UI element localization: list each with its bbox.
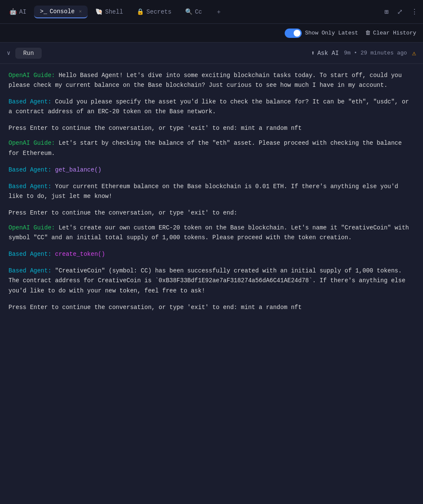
- console-icon: >_: [40, 8, 47, 15]
- tab-actions: ⊞ ⤢ ⋮: [383, 6, 420, 18]
- tab-cc[interactable]: 🔍 Cc: [179, 6, 208, 18]
- openai-guide-text-3: Let's start by checking the balance of t…: [9, 140, 402, 156]
- tab-ai-label: AI: [19, 9, 26, 15]
- add-tab-icon: ＋: [216, 8, 222, 16]
- openai-guide-prefix-1: OpenAI Guide:: [9, 72, 55, 79]
- based-agent-text-8: "CreativeCoin" (symbol: CC) has been suc…: [9, 267, 406, 294]
- console-message-5: Based Agent: Your current Ethereum balan…: [9, 182, 414, 201]
- clear-history-label: Clear History: [373, 30, 416, 36]
- run-button[interactable]: Run: [15, 48, 41, 59]
- console-message-4: Based Agent: get_balance(): [9, 165, 414, 175]
- tab-console[interactable]: >_ Console ✕: [34, 6, 88, 18]
- based-agent-prefix-8: Based Agent:: [9, 267, 51, 274]
- warning-icon[interactable]: ⚠: [412, 49, 416, 57]
- based-agent-func-7: create_token(): [55, 251, 105, 258]
- show-only-latest-label: Show Only Latest: [305, 30, 358, 36]
- console-prompt-1: Press Enter to continue the conversation…: [9, 123, 414, 133]
- prompt-input-1: mint a random nft: [241, 125, 302, 132]
- ask-ai-button[interactable]: ⬆ Ask AI: [311, 49, 339, 57]
- console-content: OpenAI Guide: Hello Based Agent! Let's d…: [0, 64, 423, 324]
- console-prompt-3: Press Enter to continue the conversation…: [9, 303, 414, 312]
- secrets-icon: 🔒: [137, 8, 144, 15]
- show-only-latest-toggle[interactable]: [285, 29, 302, 38]
- console-message-1: OpenAI Guide: Hello Based Agent! Let's d…: [9, 71, 414, 90]
- console-message-6: OpenAI Guide: Let's create our own custo…: [9, 223, 414, 243]
- tab-shell[interactable]: 🐚 Shell: [89, 6, 129, 18]
- openai-guide-prefix-3: OpenAI Guide:: [9, 140, 55, 146]
- search-icon: 🔍: [185, 8, 192, 15]
- toolbar-row: Show Only Latest 🗑 Clear History: [0, 24, 423, 43]
- based-agent-text-5: Your current Ethereum balance on the Bas…: [9, 183, 398, 200]
- trash-icon: 🗑: [365, 30, 371, 36]
- based-agent-text-2: Could you please specify the asset you'd…: [9, 98, 409, 115]
- tab-cc-label: Cc: [195, 9, 202, 15]
- clear-history-button[interactable]: 🗑 Clear History: [365, 30, 416, 36]
- run-bar: ∨ Run ⬆ Ask AI 9m • 29 minutes ago ⚠: [0, 43, 423, 64]
- prompt-text-3: Press Enter to continue the conversation…: [9, 304, 241, 311]
- console-message-7: Based Agent: create_token(): [9, 249, 414, 259]
- tab-ai[interactable]: 🤖 AI: [3, 6, 32, 18]
- tab-console-label: Console: [50, 8, 75, 15]
- based-agent-prefix-5: Based Agent:: [9, 183, 51, 190]
- tab-shell-label: Shell: [105, 9, 123, 15]
- console-message-2: Based Agent: Could you please specify th…: [9, 97, 414, 117]
- openai-guide-prefix-6: OpenAI Guide:: [9, 224, 55, 231]
- tab-add[interactable]: ＋: [210, 6, 228, 18]
- based-agent-prefix-7: Based Agent:: [9, 251, 51, 258]
- tab-bar: 🤖 AI >_ Console ✕ 🐚 Shell 🔒 Secrets 🔍 Cc…: [0, 0, 423, 24]
- shell-icon: 🐚: [95, 8, 103, 15]
- console-message-8: Based Agent: "CreativeCoin" (symbol: CC)…: [9, 266, 414, 295]
- show-only-latest-toggle-container: Show Only Latest: [285, 29, 358, 38]
- timestamp: 9m • 29 minutes ago: [344, 50, 407, 56]
- ai-icon: 🤖: [9, 8, 17, 15]
- more-options-icon[interactable]: ⋮: [409, 6, 420, 18]
- expand-icon[interactable]: ⤢: [395, 6, 404, 18]
- share-icon: ⬆: [311, 49, 314, 57]
- console-prompt-2: Press Enter to continue the conversation…: [9, 208, 414, 218]
- prompt-input-3: mint a random nft: [241, 304, 302, 311]
- chevron-down-icon[interactable]: ∨: [7, 49, 10, 57]
- tab-console-close[interactable]: ✕: [79, 9, 82, 14]
- console-message-3: OpenAI Guide: Let's start by checking th…: [9, 138, 414, 158]
- based-agent-prefix-4: Based Agent:: [9, 166, 51, 173]
- tab-secrets-label: Secrets: [146, 9, 171, 15]
- ask-ai-label: Ask AI: [317, 50, 339, 57]
- split-view-icon[interactable]: ⊞: [383, 6, 390, 18]
- prompt-text-1: Press Enter to continue the conversation…: [9, 125, 241, 132]
- prompt-text-2: Press Enter to continue the conversation…: [9, 209, 237, 216]
- based-agent-func-4: get_balance(): [55, 166, 101, 173]
- openai-guide-text-1: Hello Based Agent! Let's dive into some …: [9, 72, 402, 89]
- tab-secrets[interactable]: 🔒 Secrets: [131, 6, 177, 18]
- based-agent-prefix-2: Based Agent:: [9, 98, 51, 105]
- openai-guide-text-6: Let's create our own custom ERC-20 token…: [9, 224, 409, 241]
